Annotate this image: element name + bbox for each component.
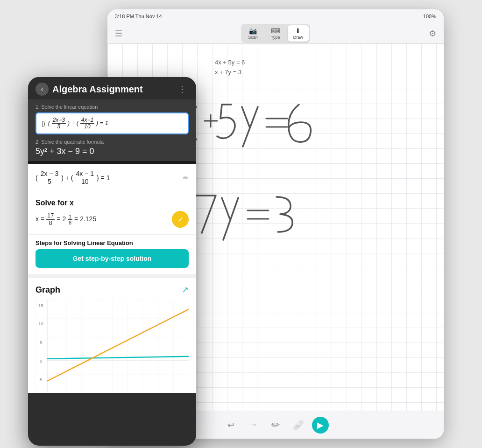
typed-eq1: 4x + 5y = 6 (215, 58, 245, 68)
eq-number: j) (42, 120, 45, 127)
graph-canvas: 15 10 5 0 -5 (35, 300, 189, 393)
graph-section: Graph ↗ 15 10 5 0 -5 (28, 274, 196, 393)
phone-header: ‹ Algebra Assignment ⋮ (28, 77, 196, 99)
section2-label: 2. Solve the quadratic formula (35, 139, 189, 145)
graph-header: Graph ↗ (35, 285, 189, 295)
pencil-tool[interactable]: ✏ (267, 417, 284, 434)
back-button[interactable]: ‹ (35, 83, 49, 96)
edit-icon[interactable]: ✏ (183, 174, 189, 182)
settings-icon[interactable]: ⚙ (429, 28, 436, 39)
type-icon: ⌨ (271, 27, 280, 35)
type-tab[interactable]: ⌨ Type (265, 25, 286, 42)
eq-math-highlighted: ( 2x−3 5 ) + ( 4x−1 10 ) = 1 (48, 117, 108, 130)
sidebar-icon[interactable]: ☰ (115, 28, 122, 39)
play-tool[interactable]: ▶ (312, 417, 329, 434)
solve-for-title: Solve for x (35, 199, 189, 207)
solve-result-row: x = 17 8 = 2 1 8 = 2.125 ✓ (35, 211, 189, 228)
toolbar-tabs: 📷 Scan ⌨ Type ⬇ Draw (241, 24, 310, 43)
svg-text:0: 0 (40, 358, 43, 364)
highlighted-equation: j) ( 2x−3 5 ) + ( 4x−1 10 ) = 1 (35, 112, 189, 134)
svg-text:15: 15 (38, 303, 44, 308)
back-arrow-icon: ‹ (41, 85, 43, 93)
redo-tool[interactable]: → (245, 417, 262, 434)
draw-icon: ⬇ (295, 27, 301, 35)
svg-text:-5: -5 (38, 377, 43, 382)
svg-rect-0 (35, 300, 189, 393)
status-battery: 100% (423, 14, 436, 19)
assignment-preview: 1. Solve the linear equation j) ( 2x−3 5… (28, 99, 196, 161)
menu-icon[interactable]: ⋮ (176, 83, 189, 96)
solution-equation-math: ( 2x − 3 5 ) + ( 4x − 1 10 ) = 1 (35, 170, 110, 185)
solution-equation-row: ( 2x − 3 5 ) + ( 4x − 1 10 ) = 1 ✏ (28, 164, 196, 192)
solve-for-section: Solve for x x = 17 8 = 2 1 8 = 2.125 ✓ (28, 192, 196, 235)
camera-icon: 📷 (249, 27, 257, 35)
status-bar: 3:18 PM Thu Nov 14 100% (107, 9, 444, 23)
solution-panel: ( 2x − 3 5 ) + ( 4x − 1 10 ) = 1 ✏ Solve… (28, 164, 196, 274)
eraser-tool[interactable]: 🩹 (290, 417, 306, 434)
phone-title: Algebra Assignment (52, 84, 172, 95)
section1-label: 1. Solve the linear equation (35, 104, 189, 110)
solve-result-text: x = 17 8 = 2 1 8 = 2.125 (35, 212, 96, 226)
draw-tab[interactable]: ⬇ Draw (288, 25, 309, 42)
phone-device: ‹ Algebra Assignment ⋮ 1. Solve the line… (28, 77, 196, 446)
check-badge: ✓ (172, 211, 189, 228)
svg-text:5: 5 (40, 340, 43, 345)
status-time: 3:18 PM Thu Nov 14 (115, 14, 162, 19)
main-toolbar: ☰ 📷 Scan ⌨ Type ⬇ Draw ⚙ (107, 23, 444, 44)
undo-tool[interactable]: ↩ (222, 417, 239, 434)
graph-title: Graph (35, 285, 60, 295)
steps-label: Steps for Solving Linear Equation (28, 235, 196, 249)
scan-tab[interactable]: 📷 Scan (242, 25, 263, 42)
quadratic-equation: 5y² + 3x − 9 = 0 (35, 147, 189, 156)
expand-icon[interactable]: ↗ (182, 285, 189, 295)
step-by-step-button[interactable]: Get step-by-step solution (35, 249, 189, 268)
svg-text:10: 10 (38, 321, 44, 326)
